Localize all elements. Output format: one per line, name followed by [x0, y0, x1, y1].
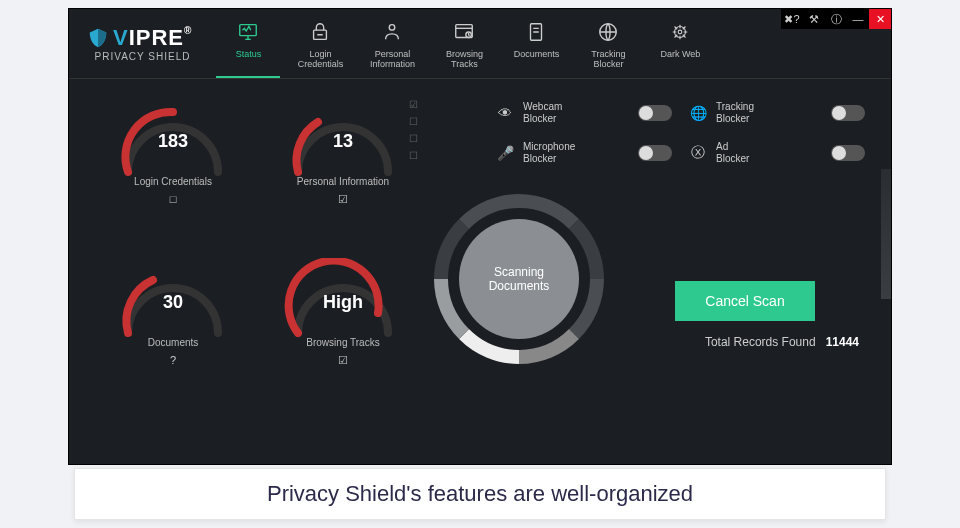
monitor-icon [237, 21, 259, 43]
records-label: Total Records Found [705, 335, 816, 349]
caption-text: Privacy Shield's features are well-organ… [267, 481, 693, 507]
checkbox-empty-icon: □ [170, 193, 177, 205]
gauge-login[interactable]: 183 Login Credentials □ [93, 97, 253, 252]
microphone-icon: 🎤 [495, 145, 515, 161]
gauges-grid: 183 Login Credentials □ 13 Personal Info… [93, 97, 423, 413]
shield-icon [87, 27, 109, 49]
toggle-tracking[interactable]: 🌐 Tracking Blocker [688, 101, 865, 125]
toggle-webcam[interactable]: 👁 Webcam Blocker [495, 101, 672, 125]
gauge-documents[interactable]: 30 Documents ? [93, 258, 253, 413]
scrollbar[interactable] [881, 169, 891, 299]
lock-icon [309, 21, 331, 43]
svg-point-2 [390, 25, 396, 31]
info-button[interactable]: ⓘ [825, 9, 847, 29]
scan-status-label: Scanning Documents [459, 219, 579, 339]
check-icon: ☐ [409, 150, 418, 161]
wrench-icon[interactable]: ✖? [781, 9, 803, 29]
scan-checklist: ☑ ☐ ☐ ☐ [409, 99, 418, 161]
cancel-scan-button[interactable]: Cancel Scan [675, 281, 815, 321]
close-button[interactable]: ✕ [869, 9, 891, 29]
svg-rect-3 [456, 25, 473, 38]
minimize-button[interactable]: — [847, 9, 869, 29]
records-value: 11444 [826, 335, 859, 349]
tab-dark-web[interactable]: Dark Web [648, 19, 712, 78]
brand-name: VIPRE® [113, 25, 192, 51]
browser-icon [453, 21, 475, 43]
gauge-browsing[interactable]: High Browsing Tracks ☑ [263, 258, 423, 413]
toggle-ad[interactable]: ⓧ Ad Blocker [688, 141, 865, 165]
app-window: ✖? ⚒ ⓘ — ✕ VIPRE® PRIVACY SHIELD Status [68, 8, 892, 465]
brand-logo: VIPRE® PRIVACY SHIELD [87, 19, 192, 62]
window-controls: ✖? ⚒ ⓘ — ✕ [781, 9, 891, 29]
checkbox-checked-icon: ☑ [338, 193, 348, 206]
svg-rect-0 [240, 25, 257, 36]
switch-icon[interactable] [638, 105, 672, 121]
gauge-personal[interactable]: 13 Personal Information ☑ [263, 97, 423, 252]
switch-icon[interactable] [831, 145, 865, 161]
tab-browsing-tracks[interactable]: Browsing Tracks [432, 19, 496, 78]
person-icon [381, 21, 403, 43]
toggles-panel: 👁 Webcam Blocker 🌐 Tracking Blocker 🎤 Mi… [495, 101, 865, 181]
switch-icon[interactable] [638, 145, 672, 161]
document-icon [525, 21, 547, 43]
tab-personal-info[interactable]: Personal Information [360, 19, 424, 78]
tab-login-credentials[interactable]: Login Credentials [288, 19, 352, 78]
scan-progress: Scanning Documents [429, 189, 609, 369]
records-found: Total Records Found 11444 [705, 335, 859, 349]
caption-bar: Privacy Shield's features are well-organ… [74, 468, 886, 520]
check-icon: ☐ [409, 116, 418, 127]
eye-icon: 👁 [495, 105, 515, 121]
checkbox-checked-icon: ☑ [338, 354, 348, 367]
globe-icon: 🌐 [688, 105, 708, 121]
close-circle-icon: ⓧ [688, 144, 708, 162]
brand-subtitle: PRIVACY SHIELD [95, 51, 191, 62]
tab-tracking-blocker[interactable]: Tracking Blocker [576, 19, 640, 78]
nav-tabs: Status Login Credentials Personal Inform… [216, 19, 712, 78]
check-icon: ☐ [409, 133, 418, 144]
web-icon [669, 21, 691, 43]
globe-icon [597, 21, 619, 43]
svg-point-7 [679, 30, 683, 34]
tab-status[interactable]: Status [216, 19, 280, 78]
tab-documents[interactable]: Documents [504, 19, 568, 78]
main-body: 183 Login Credentials □ 13 Personal Info… [69, 79, 891, 413]
settings-button[interactable]: ⚒ [803, 9, 825, 29]
header: VIPRE® PRIVACY SHIELD Status Login Crede… [69, 9, 891, 79]
help-icon: ? [170, 354, 176, 366]
check-icon: ☑ [409, 99, 418, 110]
switch-icon[interactable] [831, 105, 865, 121]
toggle-microphone[interactable]: 🎤 Microphone Blocker [495, 141, 672, 165]
